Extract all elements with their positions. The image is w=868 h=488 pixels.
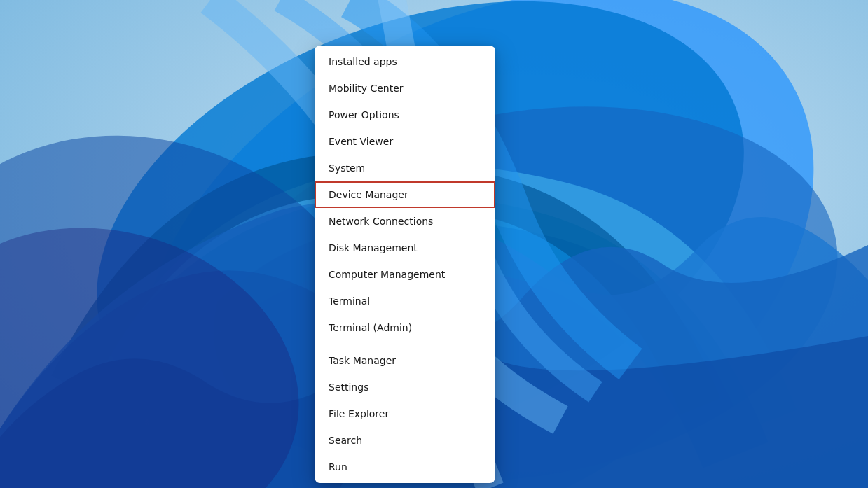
- menu-item-installed-apps[interactable]: Installed apps: [315, 48, 495, 75]
- menu-item-run[interactable]: Run: [315, 454, 495, 480]
- menu-item-device-manager[interactable]: Device Manager: [315, 181, 495, 208]
- menu-item-mobility-center[interactable]: Mobility Center: [315, 75, 495, 102]
- menu-item-computer-management[interactable]: Computer Management: [315, 261, 495, 288]
- menu-item-settings[interactable]: Settings: [315, 374, 495, 400]
- context-menu-overlay: Installed appsMobility CenterPower Optio…: [0, 0, 868, 488]
- menu-item-system[interactable]: System: [315, 155, 495, 181]
- menu-item-task-manager[interactable]: Task Manager: [315, 347, 495, 374]
- menu-item-terminal-admin[interactable]: Terminal (Admin): [315, 314, 495, 341]
- menu-item-file-explorer[interactable]: File Explorer: [315, 400, 495, 427]
- menu-item-power-options[interactable]: Power Options: [315, 102, 495, 128]
- menu-item-network-connections[interactable]: Network Connections: [315, 208, 495, 235]
- menu-item-terminal[interactable]: Terminal: [315, 288, 495, 314]
- menu-item-event-viewer[interactable]: Event Viewer: [315, 128, 495, 155]
- menu-item-search[interactable]: Search: [315, 427, 495, 454]
- context-menu: Installed appsMobility CenterPower Optio…: [315, 46, 495, 483]
- menu-divider-10: [315, 344, 495, 344]
- menu-item-disk-management[interactable]: Disk Management: [315, 235, 495, 261]
